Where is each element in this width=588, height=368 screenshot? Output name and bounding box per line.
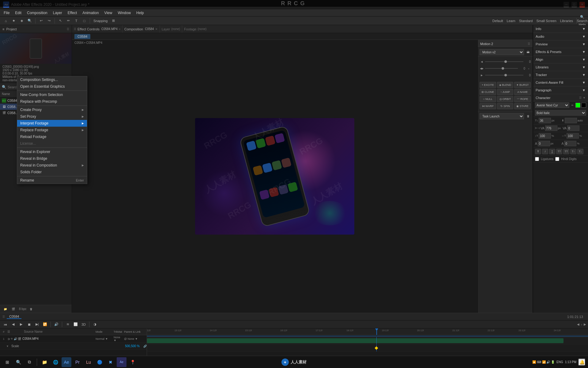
pen-tool[interactable]: ✏ xyxy=(65,17,72,24)
underline-button[interactable]: T xyxy=(549,149,555,154)
menu-file[interactable]: File xyxy=(1,10,12,16)
chrome-button[interactable]: 🔵 xyxy=(95,357,104,367)
vs-button[interactable]: ✖ xyxy=(106,357,115,367)
task-delete-button[interactable]: 🗑 xyxy=(525,113,531,119)
comp-active-tab[interactable]: C0584 xyxy=(74,34,90,39)
italic-button[interactable]: I xyxy=(542,149,548,154)
menu-edit[interactable]: Edit xyxy=(13,10,24,16)
new-button[interactable]: ★ xyxy=(10,17,17,24)
menu-effect[interactable]: Effect xyxy=(65,10,79,16)
timeline-comp-tab[interactable]: C0584 xyxy=(7,315,21,319)
search-taskbar-button[interactable]: 🔍 xyxy=(13,357,23,367)
font-family-select[interactable]: Avenir Next Cyr xyxy=(535,102,569,108)
tracking-input[interactable] xyxy=(567,125,579,131)
paragraph-header[interactable]: Paragraph ▼ xyxy=(533,86,588,94)
open-button[interactable]: ◈ xyxy=(18,17,25,24)
delete-button[interactable]: 🗑 xyxy=(28,306,34,312)
shape-tool[interactable]: □ xyxy=(81,17,88,24)
stop-button[interactable]: ⏹ xyxy=(26,321,32,328)
redo-button[interactable]: ↪ xyxy=(46,17,52,24)
ae2-button[interactable]: Ae xyxy=(117,357,126,367)
libraries-header[interactable]: Libraries ▼ xyxy=(533,63,588,71)
file-explorer-button[interactable]: 📁 xyxy=(40,357,49,367)
ctx-comp-settings[interactable]: Composition Settings... xyxy=(17,76,87,83)
content-aware-header[interactable]: Content-Aware Fill ▼ xyxy=(533,79,588,86)
tracker-header[interactable]: Tracker ▼ xyxy=(533,71,588,79)
effects-header[interactable]: Effects & Presets ▼ xyxy=(533,48,588,56)
go-prev-frame-button[interactable]: ◀ xyxy=(10,321,17,328)
menu-view[interactable]: View xyxy=(102,10,115,16)
project-menu-icon[interactable]: ☰ xyxy=(67,28,69,31)
motion-rope-button[interactable]: 〰 ROPE xyxy=(514,96,531,102)
horiz-scale-input[interactable] xyxy=(567,133,579,139)
solo-button[interactable]: ◑ xyxy=(92,321,98,328)
ctx-set-proxy[interactable]: Set Proxy ▶ xyxy=(17,113,87,120)
audio-header[interactable]: Audio ▼ xyxy=(533,33,588,40)
font-stroke-swatch[interactable] xyxy=(581,103,586,108)
motion-excite-button[interactable]: + EXCITE xyxy=(480,82,496,88)
vert-scale-input[interactable] xyxy=(539,133,551,139)
undo-button[interactable]: ↩ xyxy=(38,17,44,24)
ctx-reveal-comp[interactable]: Reveal in Composition ▶ xyxy=(17,162,87,169)
font-style-select[interactable]: Bold Italic xyxy=(535,110,586,116)
task-launch-select[interactable]: Task Launch xyxy=(480,113,524,119)
tsume-input[interactable] xyxy=(564,141,576,146)
superscript-button[interactable]: T↑ xyxy=(570,149,576,154)
font-color-swatch[interactable] xyxy=(575,103,580,108)
motion-null-button[interactable]: ○ NULL xyxy=(480,96,496,102)
ctx-new-comp[interactable]: New Comp from Selection xyxy=(17,91,87,98)
ctx-replace-footage[interactable]: Replace Footage ▶ xyxy=(17,127,87,133)
layer-audio-icon[interactable]: 🔊 xyxy=(14,337,17,340)
motion-ease-button[interactable]: ⬦ xyxy=(526,66,531,71)
motion-slider-3[interactable] xyxy=(485,75,523,75)
selection-tool[interactable]: ↖ xyxy=(57,17,64,24)
menu-window[interactable]: Window xyxy=(115,10,133,16)
ctx-open-essential[interactable]: Open in Essential Graphics xyxy=(17,83,87,90)
home-button[interactable]: ⌂ xyxy=(2,17,9,24)
ctx-reveal-bridge[interactable]: Reveal in Bridge xyxy=(17,155,87,162)
ae-button[interactable]: Ae xyxy=(62,357,71,367)
ctx-interpret-footage[interactable]: Interpret Footage ▶ xyxy=(17,120,87,127)
motion-slider-2[interactable] xyxy=(485,68,518,69)
comp-tab-close[interactable]: ✕ xyxy=(155,28,158,31)
preview-header[interactable]: Preview ▼ xyxy=(533,40,588,48)
motion-stare-button[interactable]: ◉ STARE xyxy=(514,103,531,109)
task-view-button[interactable]: ⧉ xyxy=(24,357,34,367)
layer-clip-bar[interactable] xyxy=(147,338,564,343)
bold-button[interactable]: T xyxy=(535,149,541,154)
ctx-create-proxy[interactable]: Create Proxy ▶ xyxy=(17,106,87,113)
smallcaps-button[interactable]: TT xyxy=(556,149,562,154)
go-first-button[interactable]: ⏮ xyxy=(2,321,9,328)
motion-burst-button[interactable]: ✦ BURST xyxy=(514,82,531,88)
node-button[interactable]: 📍 xyxy=(128,357,138,367)
hindi-digits-checkbox[interactable] xyxy=(555,157,559,161)
play-button[interactable]: ▶ xyxy=(18,321,24,328)
char-menu-icon[interactable]: ☰ xyxy=(579,96,582,99)
font-size-input[interactable] xyxy=(539,118,551,123)
lu-button[interactable]: Lu xyxy=(84,357,93,367)
motion-clone-button[interactable]: ⊞ CLONE xyxy=(480,89,496,95)
snapping-toggle[interactable]: ⊞ xyxy=(110,17,117,24)
type-tool[interactable]: T xyxy=(73,17,80,24)
motion-jump-button[interactable]: ↑ JUMP xyxy=(497,89,514,95)
motion-blur-button[interactable]: ≋ xyxy=(64,321,71,328)
ligatures-checkbox[interactable] xyxy=(535,157,539,161)
ctx-rename[interactable]: Rename Enter xyxy=(17,177,87,184)
ctx-reveal-explorer[interactable]: Reveal in Explorer xyxy=(17,148,87,155)
motion-menu-icon[interactable]: ☰ xyxy=(528,42,530,45)
menu-composition[interactable]: Composition xyxy=(24,10,50,16)
info-header[interactable]: Info ▼ xyxy=(533,25,588,33)
playhead-indicator[interactable] xyxy=(376,328,377,335)
loop-button[interactable]: 🔁 xyxy=(42,321,48,328)
3d-button[interactable]: 3D xyxy=(80,321,87,328)
menu-layer[interactable]: Layer xyxy=(51,10,65,16)
new-comp-button[interactable]: 🎬 xyxy=(10,306,17,312)
motion-blend-button[interactable]: ◈ BLEND xyxy=(497,82,514,88)
motion-name-button[interactable]: A NAME xyxy=(514,89,531,95)
start-button[interactable]: ⊞ xyxy=(2,357,12,367)
allcaps-button[interactable]: TT xyxy=(563,149,569,154)
motion-orbit-button[interactable]: ◎ ORBIT xyxy=(497,96,514,102)
baseline-input[interactable] xyxy=(538,141,550,146)
browser-button[interactable]: 🌐 xyxy=(51,357,60,367)
ctx-replace-precomp[interactable]: Replace with Precomp xyxy=(17,98,87,105)
